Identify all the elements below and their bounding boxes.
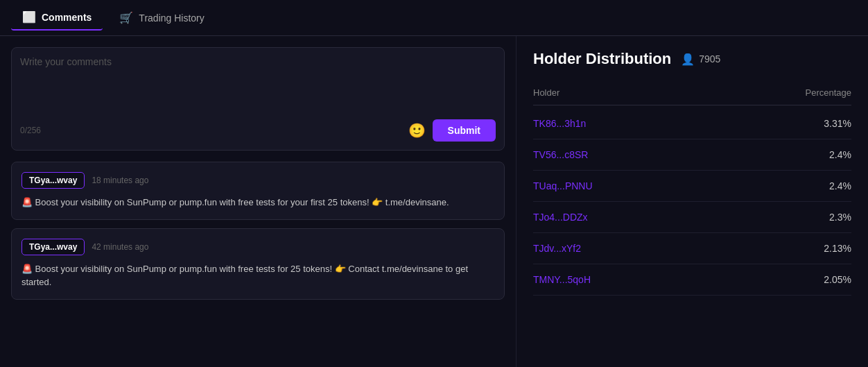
comments-icon: ⬜	[22, 10, 36, 24]
submit-button[interactable]: Submit	[433, 119, 496, 142]
holder-row: TV56...c8SR 2.4%	[533, 139, 851, 171]
col-holder-label: Holder	[533, 87, 559, 98]
comment-header: TGya...wvay 18 minutes ago	[21, 172, 494, 189]
holder-address[interactable]: TJo4...DDZx	[533, 212, 588, 223]
holder-percentage: 2.05%	[824, 274, 851, 285]
holder-table-header: Holder Percentage	[533, 82, 851, 105]
holder-count-value: 7905	[699, 53, 720, 65]
comment-item: TGya...wvay 18 minutes ago 🚨 Boost your …	[11, 162, 505, 220]
top-navigation: ⬜ Comments 🛒 Trading History	[0, 0, 868, 36]
holder-address[interactable]: TMNY...5qoH	[533, 274, 591, 285]
holder-table: Holder Percentage TK86...3h1n 3.31% TV56…	[533, 82, 851, 296]
user-badge[interactable]: TGya...wvay	[21, 172, 85, 189]
main-content: 0/256 🙂 Submit TGya...wvay 18 minutes ag…	[0, 36, 868, 367]
comment-time: 42 minutes ago	[92, 242, 148, 252]
comment-time: 18 minutes ago	[92, 176, 148, 185]
holder-row: TJo4...DDZx 2.3%	[533, 202, 851, 233]
tab-comments[interactable]: ⬜ Comments	[11, 5, 103, 31]
holder-distribution-panel: Holder Distribution 👤 7905 Holder Percen…	[517, 36, 868, 367]
comment-textarea[interactable]	[20, 56, 496, 112]
holder-row: TUaq...PNNU 2.4%	[533, 171, 851, 202]
comment-header: TGya...wvay 42 minutes ago	[21, 239, 494, 255]
holder-percentage: 3.31%	[824, 118, 851, 129]
comment-footer: 0/256 🙂 Submit	[20, 119, 496, 142]
col-percentage-label: Percentage	[806, 87, 852, 98]
holder-percentage: 2.3%	[829, 212, 851, 223]
holder-percentage: 2.4%	[829, 180, 851, 191]
comment-item: TGya...wvay 42 minutes ago 🚨 Boost your …	[11, 228, 505, 300]
holder-percentage: 2.4%	[829, 149, 851, 160]
holder-row: TMNY...5qoH 2.05%	[533, 264, 851, 296]
holder-address[interactable]: TK86...3h1n	[533, 118, 586, 129]
user-badge[interactable]: TGya...wvay	[21, 239, 85, 255]
holder-percentage: 2.13%	[824, 243, 851, 254]
comments-panel: 0/256 🙂 Submit TGya...wvay 18 minutes ag…	[0, 36, 517, 367]
comment-actions: 🙂 Submit	[408, 119, 496, 142]
holder-address[interactable]: TUaq...PNNU	[533, 180, 593, 191]
emoji-button[interactable]: 🙂	[408, 122, 426, 139]
user-count-icon: 👤	[681, 53, 695, 66]
holder-distribution-header: Holder Distribution 👤 7905	[533, 50, 851, 68]
comment-input-box: 0/256 🙂 Submit	[11, 47, 505, 151]
char-count: 0/256	[20, 126, 41, 135]
trading-history-tab-label: Trading History	[139, 12, 204, 24]
holder-address[interactable]: TV56...c8SR	[533, 149, 588, 160]
holder-row: TK86...3h1n 3.31%	[533, 108, 851, 139]
holder-row: TJdv...xYf2 2.13%	[533, 233, 851, 264]
trading-icon: 🛒	[119, 11, 133, 24]
holder-distribution-title: Holder Distribution	[533, 50, 671, 68]
holder-count: 👤 7905	[681, 53, 720, 66]
comment-text: 🚨 Boost your visibility on SunPump or pu…	[21, 262, 494, 289]
holder-address[interactable]: TJdv...xYf2	[533, 243, 581, 254]
comment-text: 🚨 Boost your visibility on SunPump or pu…	[21, 196, 494, 210]
comments-tab-label: Comments	[42, 12, 92, 23]
tab-trading-history[interactable]: 🛒 Trading History	[108, 6, 215, 30]
